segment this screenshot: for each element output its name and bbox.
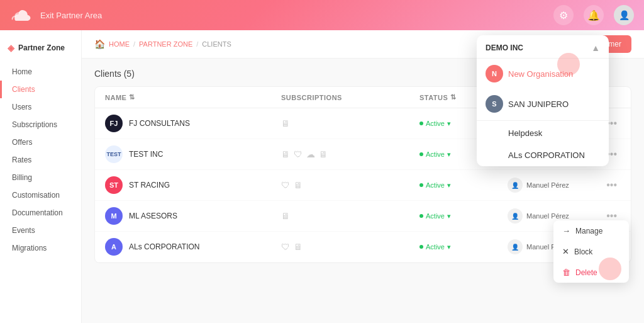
subscription-icons: 🖥 🛡 ☁ 🖥: [281, 149, 419, 159]
logo[interactable]: [10, 8, 33, 23]
breadcrumb-home[interactable]: HOME: [109, 40, 130, 48]
client-logo: M: [105, 207, 123, 225]
client-logo: A: [105, 238, 123, 256]
navbar-right: ⚙ 🔔 👤: [553, 5, 634, 25]
row-actions: •••: [596, 178, 621, 192]
context-menu: → Manage ✕ Block 🗑 Delete: [553, 220, 629, 283]
sidebar-title: Partner Zone: [18, 43, 65, 52]
breadcrumb-clients: CLIENTS: [202, 40, 231, 48]
monitor-icon: 🖥: [281, 149, 290, 159]
status-chevron[interactable]: ▾: [447, 150, 451, 159]
sidebar-item-customisation[interactable]: Customisation: [0, 186, 81, 204]
status-chevron[interactable]: ▾: [447, 243, 451, 251]
status-dot: [419, 183, 423, 187]
status-dot: [419, 245, 423, 249]
exit-partner-area-label[interactable]: Exit Partner Area: [40, 11, 102, 20]
manage-label: Manage: [575, 227, 602, 235]
notifications-button[interactable]: 🔔: [584, 5, 604, 25]
client-name[interactable]: TEST INC: [129, 150, 163, 159]
client-logo: TEST: [105, 145, 123, 163]
sidebar-item-offers[interactable]: Offers: [0, 133, 81, 151]
delete-label: Delete: [575, 268, 597, 277]
sidebar-item-clients[interactable]: Clients: [0, 81, 81, 98]
status-badge: Active ▾: [419, 181, 508, 190]
shield-icon: 🛡: [281, 180, 290, 190]
status-chevron[interactable]: ▾: [447, 181, 451, 190]
sidebar-item-migrations[interactable]: Migrations: [0, 239, 81, 257]
settings-button[interactable]: ⚙: [553, 5, 574, 25]
subscription-icons: 🛡 🖥: [281, 242, 419, 252]
status-chevron[interactable]: ▾: [447, 212, 451, 220]
org-item-label: Helpdesk: [486, 128, 542, 138]
org-sj-dot: S: [486, 95, 503, 113]
assignee-avatar: 👤: [508, 239, 523, 254]
home-icon: 🏠: [94, 39, 105, 49]
block-icon: ✕: [562, 247, 569, 256]
sidebar-item-events[interactable]: Events: [0, 222, 81, 239]
sort-icon[interactable]: ⇅: [129, 93, 135, 101]
subscription-icons: 🖥: [281, 118, 419, 128]
org-dropdown-divider: [477, 120, 609, 121]
assignee-name: Manuel Pérez: [526, 212, 569, 220]
org-item-label: New Organisation: [508, 69, 573, 79]
sidebar-item-subscriptions[interactable]: Subscriptions: [0, 116, 81, 133]
status-dot: [419, 122, 423, 125]
assignee-avatar: 👤: [508, 178, 523, 193]
shield-icon: 🛡: [281, 242, 290, 252]
sidebar-item-users[interactable]: Users: [0, 98, 81, 116]
org-dropdown-item-als[interactable]: ALs CORPORATION: [477, 144, 609, 166]
status-dot: [419, 214, 423, 218]
navbar: Exit Partner Area ⚙ 🔔 👤: [0, 0, 644, 30]
monitor-icon: 🖥: [294, 242, 303, 252]
context-menu-delete[interactable]: 🗑 Delete: [553, 262, 629, 283]
sidebar: ◈ Partner Zone HomeClientsUsersSubscript…: [0, 30, 82, 323]
client-name-cell: FJ FJ CONSULTANS: [105, 115, 281, 132]
breadcrumb-sep-2: /: [196, 40, 198, 48]
status-sort-icon[interactable]: ⇅: [450, 93, 457, 101]
context-menu-block[interactable]: ✕ Block: [553, 241, 629, 262]
sidebar-nav: HomeClientsUsersSubscriptionsOffersRates…: [0, 63, 81, 257]
block-label: Block: [574, 247, 592, 256]
org-new-dot: N: [486, 65, 503, 82]
client-name[interactable]: FJ CONSULTANS: [129, 119, 190, 128]
subscription-icons: 🛡 🖥: [281, 180, 419, 190]
org-dropdown-item-new[interactable]: N New Organisation: [477, 59, 609, 89]
monitor2-icon: 🖥: [319, 149, 328, 159]
org-item-label: ALs CORPORATION: [486, 150, 585, 160]
client-name[interactable]: ALs CORPORATION: [129, 242, 199, 251]
sidebar-item-home[interactable]: Home: [0, 63, 81, 81]
avatar[interactable]: 👤: [614, 5, 634, 25]
client-name[interactable]: ML ASESORS: [129, 212, 177, 220]
cloud-icon: ☁: [306, 149, 315, 159]
status-chevron[interactable]: ▾: [447, 120, 451, 128]
table-row: ST ST RACING 🛡 🖥 Active ▾ 👤 Manuel: [95, 170, 631, 201]
client-logo: FJ: [105, 115, 123, 132]
org-dropdown-close-button[interactable]: ▲: [591, 43, 600, 53]
client-name[interactable]: ST RACING: [129, 181, 170, 190]
breadcrumb: 🏠 HOME / PARTNER ZONE / CLIENTS: [94, 39, 231, 49]
client-name-cell: A ALs CORPORATION: [105, 238, 281, 256]
status-badge: Active ▾: [419, 243, 508, 251]
content-area: 🏠 HOME / PARTNER ZONE / CLIENTS ⊟ Filter…: [82, 30, 644, 323]
org-dropdown-item-sj[interactable]: S SAN JUNIPERO: [477, 89, 609, 119]
breadcrumb-partner-zone[interactable]: PARTNER ZONE: [139, 40, 192, 48]
partner-zone-icon: ◈: [8, 43, 14, 53]
manage-icon: →: [562, 226, 570, 235]
table-row: M ML ASESORS 🖥 Active ▾ 👤 Manuel Pérez: [95, 201, 631, 232]
context-menu-manage[interactable]: → Manage: [553, 220, 629, 241]
assignee-name: Manuel Pérez: [526, 181, 569, 189]
sidebar-item-documentation[interactable]: Documentation: [0, 204, 81, 222]
monitor-icon: 🖥: [281, 118, 290, 128]
org-item-label: SAN JUNIPERO: [508, 99, 569, 109]
row-more-button[interactable]: •••: [602, 178, 621, 192]
client-name-cell: ST ST RACING: [105, 176, 281, 194]
client-name-cell: TEST TEST INC: [105, 145, 281, 163]
assignee-avatar: 👤: [508, 208, 523, 224]
sidebar-item-billing[interactable]: Billing: [0, 169, 81, 186]
org-dropdown-item-helpdesk[interactable]: Helpdesk: [477, 122, 609, 144]
client-logo: ST: [105, 176, 123, 194]
status-dot: [419, 152, 423, 156]
sidebar-item-rates[interactable]: Rates: [0, 151, 81, 169]
org-dropdown-title: DEMO INC: [486, 43, 523, 52]
table-row: A ALs CORPORATION 🛡 🖥 Active ▾ 👤 M: [95, 232, 631, 263]
